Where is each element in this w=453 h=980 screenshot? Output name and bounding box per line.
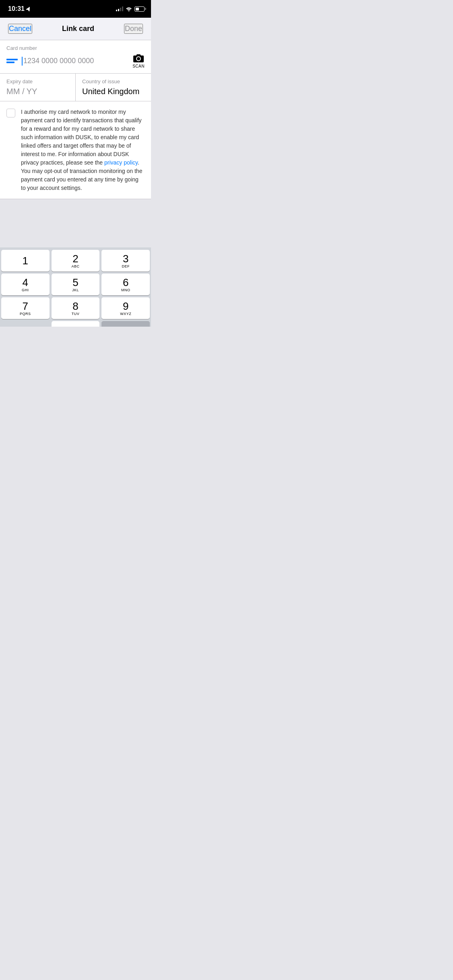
scan-label: SCAN <box>132 64 145 68</box>
key-2[interactable]: 2 ABC <box>52 250 100 272</box>
form-area: Card number 1234 0000 0000 0000 SCAN Exp… <box>0 40 151 199</box>
authorise-checkbox[interactable] <box>6 109 15 117</box>
key-9[interactable]: 9 WXYZ <box>101 297 150 319</box>
numeric-keypad: 1 2 ABC 3 DEF 4 GHI 5 JKL 6 MNO 7 PQRS <box>0 247 151 327</box>
wifi-icon <box>126 6 132 11</box>
country-value: United Kingdom <box>82 87 145 96</box>
battery-icon <box>134 6 145 12</box>
expiry-section[interactable]: Expiry date MM / YY <box>0 74 76 101</box>
location-arrow-icon <box>26 6 31 11</box>
key-0[interactable]: 0 <box>52 321 100 327</box>
scan-button[interactable]: SCAN <box>132 54 145 68</box>
privacy-policy-link[interactable]: privacy policy <box>104 159 138 166</box>
keypad-row-3: 7 PQRS 8 TUV 9 WXYZ <box>1 297 150 319</box>
key-7[interactable]: 7 PQRS <box>1 297 50 319</box>
key-3[interactable]: 3 DEF <box>101 250 150 272</box>
expiry-label: Expiry date <box>6 78 69 84</box>
cancel-button[interactable]: Cancel <box>8 24 32 34</box>
card-icon <box>6 59 18 63</box>
status-time: 10:31 <box>8 5 31 12</box>
keypad-row-2: 4 GHI 5 JKL 6 MNO <box>1 274 150 295</box>
status-bar: 10:31 <box>0 0 151 18</box>
key-5[interactable]: 5 JKL <box>52 274 100 295</box>
key-8[interactable]: 8 TUV <box>52 297 100 319</box>
signal-icon <box>116 6 123 11</box>
authorise-section: I authorise my card network to monitor m… <box>0 101 151 199</box>
card-number-input-area[interactable]: 1234 0000 0000 0000 <box>6 57 132 66</box>
key-4[interactable]: 4 GHI <box>1 274 50 295</box>
key-1[interactable]: 1 <box>1 250 50 272</box>
done-button[interactable]: Done <box>124 24 143 34</box>
key-6[interactable]: 6 MNO <box>101 274 150 295</box>
status-icons <box>116 6 145 12</box>
keypad-row-1: 1 2 ABC 3 DEF <box>1 250 150 272</box>
text-cursor <box>22 57 23 66</box>
gap-area <box>0 199 151 247</box>
camera-icon <box>133 54 144 63</box>
card-number-display[interactable]: 1234 0000 0000 0000 <box>22 57 94 66</box>
keypad-row-4: 0 <box>1 321 150 327</box>
country-label: Country of issue <box>82 78 145 84</box>
expiry-country-row: Expiry date MM / YY Country of issue Uni… <box>0 74 151 101</box>
expiry-value: MM / YY <box>6 87 69 96</box>
card-number-label: Card number <box>6 45 145 51</box>
country-section[interactable]: Country of issue United Kingdom <box>76 74 151 101</box>
key-empty <box>1 321 50 327</box>
authorise-text: I authorise my card network to monitor m… <box>21 108 145 192</box>
page-title: Link card <box>62 25 94 33</box>
navigation-bar: Cancel Link card Done <box>0 18 151 40</box>
delete-key[interactable] <box>101 321 150 327</box>
card-number-section: Card number 1234 0000 0000 0000 SCAN <box>0 40 151 74</box>
